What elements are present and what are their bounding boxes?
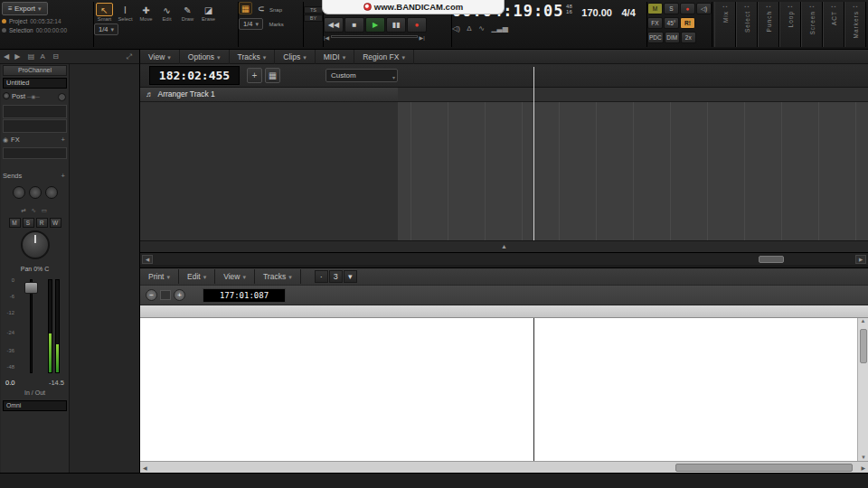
speaker-icon[interactable]: ◁) <box>452 24 460 33</box>
staff-ruler[interactable] <box>140 305 868 318</box>
tool-draw[interactable]: ✎Draw <box>177 2 198 22</box>
input-select[interactable]: Omni <box>3 400 67 411</box>
mix-2x-button[interactable]: 2x <box>681 32 696 43</box>
meter-display[interactable]: 4/4 <box>621 7 635 18</box>
tv-menu-options[interactable]: Options▾ <box>180 50 230 64</box>
staff-menu-print[interactable]: Print▾ <box>140 269 179 284</box>
tool-move[interactable]: ✚Move <box>136 2 156 22</box>
m-button[interactable]: M <box>9 218 21 228</box>
snap-resolution-select[interactable]: 1/4▾ <box>239 18 263 30</box>
staff-menu-tracks[interactable]: Tracks▾ <box>255 269 301 284</box>
tool-erase[interactable]: ◪Erase <box>198 2 219 22</box>
stop-button[interactable]: ■ <box>344 17 364 33</box>
scrollbar-thumb[interactable] <box>759 256 784 263</box>
scroll-right-icon[interactable]: ▶ <box>855 255 866 264</box>
scroll-right-icon[interactable]: ▶ <box>861 465 865 471</box>
mix---button[interactable]: ◁) <box>696 3 712 14</box>
mix-45--button[interactable]: 45° <box>664 17 679 29</box>
module-slot[interactable] <box>3 147 67 159</box>
staff-menu-edit[interactable]: Edit▾ <box>179 269 215 284</box>
staff-menu-view[interactable]: View▾ <box>215 269 255 284</box>
prev-track-icon[interactable]: ◀ <box>4 52 9 61</box>
zoom-in-icon[interactable]: + <box>174 289 185 301</box>
next-track-icon[interactable]: ▶ <box>14 52 20 61</box>
staff-hscrollbar[interactable]: ◀ ▶ <box>140 461 868 473</box>
rewind-button[interactable]: ◀◀ <box>324 17 344 33</box>
scrollbar-thumb[interactable] <box>860 329 867 363</box>
tv-menu-view[interactable]: View▾ <box>140 50 180 64</box>
expand-icon[interactable]: ⤢ <box>127 50 132 63</box>
module-slot[interactable] <box>3 105 67 118</box>
position-slider[interactable] <box>331 35 418 38</box>
send-knob[interactable] <box>29 186 42 199</box>
mix-m-button[interactable]: M <box>647 3 663 14</box>
skip-end-icon[interactable]: ▶| <box>420 35 425 41</box>
draw-resolution-select[interactable]: 1/4▾ <box>94 23 118 35</box>
record-button[interactable]: ● <box>407 17 427 33</box>
module-mix[interactable]: ▪ ▪Mix <box>714 2 736 47</box>
module-screen[interactable]: ▪ ▪Screen <box>801 2 823 47</box>
send-knob[interactable] <box>45 186 58 199</box>
play-button[interactable]: ▶ <box>365 17 385 33</box>
fx-power-icon[interactable]: ◉ <box>3 136 8 143</box>
channel-preset-name[interactable]: Untitled <box>3 78 67 89</box>
ts-toggle[interactable]: TS <box>304 6 323 14</box>
timeline-ruler[interactable] <box>398 64 868 88</box>
clips-pane[interactable] <box>398 102 868 240</box>
tool-smart[interactable]: ↖Smart <box>94 2 115 22</box>
metronome-icon[interactable]: Δ <box>467 24 471 33</box>
arranger-track-header[interactable]: ♬Arranger Track 1 <box>140 88 398 102</box>
grid-button[interactable]: ▦ <box>265 68 280 83</box>
tv-menu-midi[interactable]: MIDI▾ <box>316 50 354 64</box>
w-button[interactable]: W <box>50 218 61 228</box>
zoom-out-icon[interactable]: − <box>146 289 157 301</box>
module-act[interactable]: ▪ ▪ACT <box>823 2 844 47</box>
mix-r--button[interactable]: R! <box>680 17 695 29</box>
add-track-button[interactable]: + <box>247 68 262 83</box>
pause-button[interactable]: ▮▮ <box>386 17 406 33</box>
add-send-icon[interactable]: + <box>61 171 65 182</box>
module-select[interactable]: ▪ ▪Select <box>736 2 758 47</box>
mix-pdc-button[interactable]: PDC <box>647 32 664 43</box>
power-button[interactable] <box>58 93 66 101</box>
fader-handle[interactable] <box>24 282 38 294</box>
fx-header[interactable]: ◉FX+ <box>3 135 67 145</box>
tempo-display[interactable]: 170.00 <box>581 7 612 18</box>
tool-edit[interactable]: ∿Edit <box>156 2 177 22</box>
module-punch[interactable]: ▪ ▪Punch <box>758 2 779 47</box>
tv-menu-region-fx[interactable]: Region FX▾ <box>354 50 414 64</box>
magnet-icon[interactable]: ∪ <box>255 3 268 15</box>
sends-header[interactable]: Sends+ <box>3 171 67 182</box>
playhead[interactable] <box>533 67 534 240</box>
pan-knob[interactable] <box>3 230 67 265</box>
notation-canvas[interactable] <box>140 318 857 461</box>
dotted-note-button[interactable]: · <box>315 270 328 283</box>
scroll-left-icon[interactable]: ◀ <box>143 465 147 471</box>
r-button[interactable]: R <box>36 218 48 228</box>
add-fx-icon[interactable]: + <box>61 135 65 145</box>
link-icon[interactable]: ⊟ <box>52 52 59 61</box>
send-knob[interactable] <box>13 186 25 199</box>
skip-start-icon[interactable]: |◀ <box>324 35 329 41</box>
mix---button[interactable]: ● <box>680 3 695 14</box>
staff-vscrollbar[interactable]: ▲▼ <box>857 318 868 461</box>
s-button[interactable]: S <box>23 218 34 228</box>
tool-select[interactable]: ISelect <box>115 2 136 22</box>
list-icon[interactable]: ▤ <box>28 52 35 61</box>
scrollbar-thumb[interactable] <box>675 464 853 472</box>
by-toggle[interactable]: BY <box>304 14 323 22</box>
now-time-display[interactable]: 182:02:455 <box>149 66 240 85</box>
mix-s-button[interactable]: S <box>664 3 679 14</box>
auto-icon[interactable]: A <box>40 52 44 61</box>
duration-dropdown[interactable]: ▾ <box>344 270 357 283</box>
snap-grid-icon[interactable]: ▦ <box>239 2 252 14</box>
mix-dim-button[interactable]: DIM <box>665 32 680 43</box>
track-view-hscrollbar[interactable]: ◀ ▶ <box>140 252 868 265</box>
track-view-splitter[interactable]: ▲ <box>140 240 868 252</box>
export-button[interactable]: ≡ Export▾ <box>2 2 48 15</box>
module-slot[interactable] <box>3 119 67 133</box>
scroll-left-icon[interactable]: ◀ <box>142 255 153 264</box>
view-preset-select[interactable]: Custom▾ <box>326 69 398 82</box>
tuplet-button[interactable]: 3 <box>329 270 343 283</box>
tv-menu-clips[interactable]: Clips▾ <box>275 50 315 64</box>
